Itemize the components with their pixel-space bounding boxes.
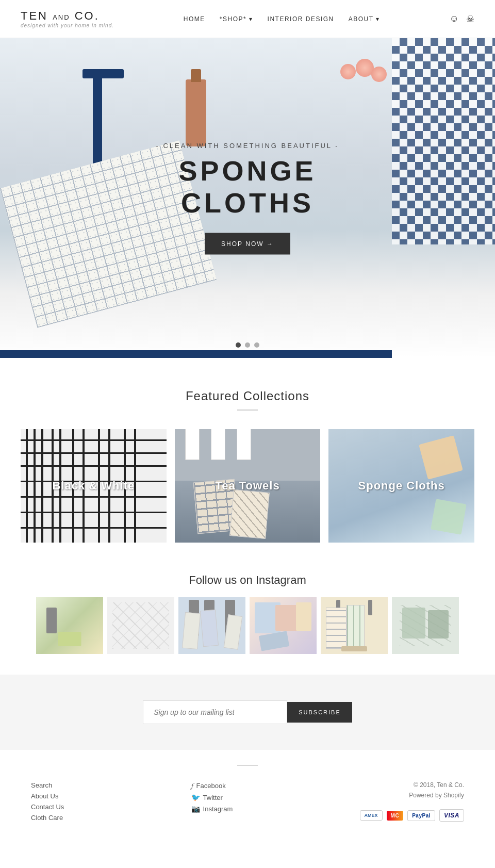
instagram-photo-4[interactable] bbox=[250, 597, 317, 654]
collection-card-spongecloths[interactable]: Sponge Cloths bbox=[328, 429, 474, 543]
chevron-down-icon: ▾ bbox=[249, 15, 253, 23]
hook-1 bbox=[190, 434, 193, 445]
header-icons: ☺ ☠ bbox=[450, 13, 474, 25]
collection-card-teatowels[interactable]: Tea Towels bbox=[175, 429, 321, 543]
footer-link-cloth-care[interactable]: Cloth Care bbox=[31, 814, 64, 822]
subscribe-button[interactable]: SUBSCRIBE bbox=[287, 702, 352, 723]
facebook-icon: 𝑓 bbox=[191, 781, 193, 790]
main-nav: HOME *SHOP* ▾ INTERIOR DESIGN ABOUT ▾ bbox=[184, 15, 380, 23]
soap-bottle-decoration bbox=[186, 79, 206, 146]
site-header: TEN AND CO. designed with your home in m… bbox=[0, 0, 495, 38]
footer-facebook-link[interactable]: 𝑓 Facebook bbox=[191, 781, 233, 790]
footer-divider bbox=[0, 750, 495, 766]
instagram-photo-2[interactable] bbox=[107, 597, 174, 654]
payment-icons: AMEX MC PayPal VISA bbox=[360, 809, 464, 822]
logo[interactable]: TEN AND CO. designed with your home in m… bbox=[21, 9, 114, 28]
flower-1 bbox=[340, 64, 356, 79]
stripe bbox=[26, 429, 28, 543]
logo-text: TEN AND CO. bbox=[21, 9, 114, 23]
instagram-photo-1[interactable] bbox=[36, 597, 103, 654]
chevron-down-icon: ▾ bbox=[376, 15, 380, 23]
hook-2 bbox=[216, 434, 219, 445]
hero-cta-button[interactable]: SHOP NOW → bbox=[205, 233, 290, 255]
instagram-section: Follow us on Instagram bbox=[0, 563, 495, 675]
hero-title: SPONGE CLOTHS bbox=[124, 155, 371, 219]
nav-home[interactable]: HOME bbox=[184, 15, 205, 23]
stripe-h bbox=[21, 452, 167, 454]
stripe-h bbox=[21, 465, 167, 467]
towel-item-2 bbox=[229, 489, 270, 539]
stripe bbox=[34, 429, 36, 543]
newsletter-section: SUBSCRIBE bbox=[0, 675, 495, 750]
footer-link-about[interactable]: About Us bbox=[31, 792, 64, 800]
footer-link-search[interactable]: Search bbox=[31, 781, 64, 789]
tile-pattern-decoration bbox=[392, 38, 495, 244]
hero-subtitle: - CLEAN WITH SOMETHING BEAUTIFUL - bbox=[124, 142, 371, 150]
collection-card-bw[interactable]: Black & White bbox=[21, 429, 167, 543]
newsletter-email-input[interactable] bbox=[143, 700, 287, 724]
footer-powered: Powered by Shopify bbox=[360, 792, 464, 799]
paypal-icon: PayPal bbox=[407, 810, 435, 821]
sponge-cloth-4 bbox=[431, 499, 467, 535]
sponge-cloth-3 bbox=[419, 435, 463, 480]
featured-title: Featured Collections bbox=[21, 389, 474, 403]
footer-links-col: Search About Us Contact Us Cloth Care bbox=[31, 781, 64, 822]
instagram-photo-6[interactable] bbox=[392, 597, 459, 654]
instagram-icon: 📷 bbox=[191, 805, 200, 813]
section-divider bbox=[237, 410, 258, 411]
footer-social-col: 𝑓 Facebook 🐦 Twitter 📷 Instagram bbox=[191, 781, 233, 813]
nav-interior-design[interactable]: INTERIOR DESIGN bbox=[268, 15, 334, 23]
account-icon[interactable]: ☺ bbox=[450, 13, 459, 25]
stripe bbox=[41, 429, 43, 543]
slider-dot-3[interactable] bbox=[254, 342, 259, 348]
hook-3 bbox=[242, 434, 245, 445]
twitter-icon: 🐦 bbox=[191, 793, 200, 801]
stripe-h bbox=[21, 512, 167, 513]
nav-shop[interactable]: *SHOP* ▾ bbox=[220, 15, 253, 23]
collection-label-bw: Black & White bbox=[52, 479, 135, 493]
slider-dots bbox=[236, 342, 259, 348]
featured-section: Featured Collections bbox=[0, 358, 495, 563]
mastercard-icon: MC bbox=[387, 811, 404, 821]
instagram-grid bbox=[21, 597, 474, 654]
flower-3 bbox=[371, 67, 387, 82]
footer-instagram-link[interactable]: 📷 Instagram bbox=[191, 805, 233, 813]
collection-label-teatowels: Tea Towels bbox=[215, 479, 279, 493]
stripe-h bbox=[21, 439, 167, 441]
footer-right-col: © 2018, Ten & Co. Powered by Shopify AME… bbox=[360, 781, 464, 822]
footer-copyright: © 2018, Ten & Co. bbox=[360, 781, 464, 789]
flowers-decoration bbox=[340, 64, 392, 105]
instagram-photo-3[interactable] bbox=[178, 597, 245, 654]
instagram-photo-5[interactable] bbox=[321, 597, 388, 654]
instagram-title: Follow us on Instagram bbox=[21, 574, 474, 587]
site-footer: Search About Us Contact Us Cloth Care 𝑓 … bbox=[0, 766, 495, 842]
collection-label-spongecloths: Sponge Cloths bbox=[358, 479, 445, 493]
logo-tagline: designed with your home in mind. bbox=[21, 23, 114, 28]
cart-icon[interactable]: ☠ bbox=[466, 13, 474, 25]
slider-dot-2[interactable] bbox=[245, 342, 250, 348]
hero-content: - CLEAN WITH SOMETHING BEAUTIFUL - SPONG… bbox=[124, 142, 371, 255]
stripe-h bbox=[21, 527, 167, 529]
collections-grid: Black & White Tea Towels bbox=[21, 429, 474, 543]
hero-section: - CLEAN WITH SOMETHING BEAUTIFUL - SPONG… bbox=[0, 38, 495, 358]
footer-link-contact[interactable]: Contact Us bbox=[31, 803, 64, 811]
visa-icon: VISA bbox=[439, 809, 464, 822]
slider-dot-1[interactable] bbox=[236, 342, 241, 348]
newsletter-form: SUBSCRIBE bbox=[21, 700, 474, 724]
pipe-decoration bbox=[82, 69, 124, 78]
stripe-h bbox=[21, 496, 167, 498]
footer-twitter-link[interactable]: 🐦 Twitter bbox=[191, 793, 233, 801]
nav-about[interactable]: ABOUT ▾ bbox=[349, 15, 380, 23]
amex-icon: AMEX bbox=[360, 810, 383, 821]
